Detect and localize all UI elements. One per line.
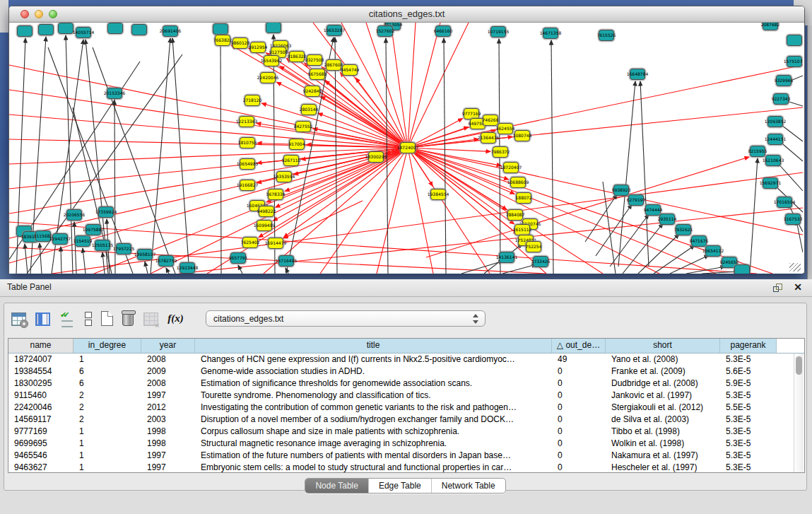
graph-node[interactable] [787, 35, 802, 46]
graph-node-8454749[interactable]: 8454749 [342, 64, 358, 76]
table-cell[interactable]: 0 [552, 438, 606, 450]
graph-edge[interactable] [640, 81, 649, 267]
column-header-short[interactable]: short [606, 339, 720, 353]
graph-node-917004[interactable]: 917004 [289, 139, 305, 150]
graph-node-1115682[interactable]: 1115682 [35, 230, 51, 242]
tab-edge-table[interactable]: Edge Table [369, 479, 432, 493]
scrollbar-thumb[interactable] [796, 356, 802, 375]
table-cell[interactable]: 49 [552, 354, 606, 366]
graph-node-16543962[interactable]: 16543962 [264, 55, 279, 66]
graph-node-7625402[interactable]: 7625402 [242, 237, 258, 248]
graph-node-2718120[interactable]: 2718120 [245, 95, 260, 106]
graph-node[interactable] [734, 264, 750, 274]
table-cell[interactable]: 6 [73, 366, 141, 378]
table-cell[interactable]: Stergiakouli et al. (2012) [606, 402, 720, 414]
network-canvas[interactable]: 1405571420691406106532878813054152760264… [9, 23, 803, 274]
graph-node-8186328[interactable]: 8186328 [289, 51, 305, 62]
table-cell[interactable]: 1 [73, 462, 141, 473]
table-cell[interactable]: 5.3E-5 [720, 390, 777, 402]
new-table-icon[interactable] [101, 311, 113, 326]
column-header-title[interactable]: title [195, 339, 552, 353]
row-height-icon[interactable] [85, 312, 91, 326]
table-header-row[interactable]: namein_degreeyeartitle△ out_de…shortpage… [8, 339, 804, 354]
table-cell[interactable]: 2003 [141, 414, 195, 426]
graph-edge[interactable] [702, 271, 739, 274]
table-cell[interactable]: 0 [552, 402, 606, 414]
table-cell[interactable]: Embryonic stem cells: a model to study s… [195, 462, 552, 473]
graph-node-6279197[interactable]: 6279197 [628, 194, 644, 206]
graph-edge[interactable] [408, 23, 469, 148]
table-row[interactable]: 1456911722003Disruption of a novel membe… [8, 414, 804, 426]
graph-node-19384554[interactable]: 19384554 [430, 189, 446, 200]
table-cell[interactable]: de Silva et al. (2003) [606, 414, 720, 426]
graph-edge[interactable] [777, 162, 803, 191]
table-cell[interactable]: Hescheler et al. (1997) [606, 462, 720, 473]
function-builder-icon[interactable]: f(x) [167, 310, 186, 327]
table-cell[interactable]: 5.6E-5 [720, 366, 777, 378]
table-cell[interactable]: 6 [73, 378, 141, 390]
graph-node-8215955[interactable]: 8215955 [750, 146, 765, 157]
table-cell[interactable]: 2008 [141, 354, 195, 366]
graph-node-7615526[interactable]: 7615526 [599, 30, 614, 41]
graph-node-9498222[interactable]: 9498222 [259, 206, 274, 217]
graph-node-15692971[interactable]: 15692971 [763, 177, 778, 189]
table-cell[interactable]: Tourette syndrome. Phenomenology and cla… [195, 390, 552, 402]
graph-node-1167533[interactable]: 1167533 [785, 214, 801, 225]
graph-node-10654985[interactable]: 10654985 [240, 158, 255, 170]
graph-node-15751074[interactable]: 15751074 [787, 56, 802, 67]
table-row[interactable]: 1938455462009Genome-wide association stu… [8, 366, 804, 378]
graph-node-14136141[interactable]: 14136141 [499, 252, 514, 263]
graph-edge[interactable] [408, 148, 803, 235]
graph-node-9327508[interactable]: 9327508 [307, 54, 322, 66]
graph-node-17359924[interactable]: 17359924 [98, 206, 114, 218]
graph-node-5267110[interactable]: 5267110 [283, 155, 299, 166]
graph-node-12213363[interactable]: 12213363 [239, 116, 254, 127]
graph-edge[interactable] [321, 96, 408, 148]
table-row[interactable]: 977716911998Corpus callosum shape and si… [8, 426, 804, 438]
graph-edge[interactable] [408, 148, 490, 151]
table-cell[interactable]: 5.3E-5 [720, 438, 777, 450]
table-cell[interactable]: 19384554 [8, 366, 73, 378]
graph-node-1733426[interactable]: 1733426 [533, 256, 548, 267]
graph-node-16782759[interactable]: 16782759 [158, 255, 174, 267]
graph-node[interactable] [266, 23, 281, 33]
graph-node-20153346[interactable]: 20153346 [107, 88, 122, 99]
table-body[interactable]: 1872400712008Changes of HCN gene express… [8, 354, 804, 473]
graph-edge[interactable] [320, 148, 408, 274]
graph-node-17016504[interactable]: 17016504 [777, 197, 792, 208]
graph-node-5675685[interactable]: 5675685 [310, 69, 325, 80]
graph-edge[interactable] [74, 222, 76, 274]
table-cell[interactable]: 2 [73, 402, 141, 414]
graph-node-1154519[interactable]: 1154519 [75, 235, 90, 247]
graph-node-2087682[interactable]: 2087682 [763, 23, 778, 30]
graph-node-20206556[interactable]: 20206556 [66, 209, 82, 221]
table-cell[interactable]: 0 [552, 414, 606, 426]
graph-node-17957225[interactable]: 17957225 [116, 243, 131, 255]
column-header-name[interactable]: name [8, 339, 73, 353]
graph-node[interactable] [107, 23, 123, 34]
table-cell[interactable]: 1 [73, 354, 141, 366]
tab-node-table[interactable]: Node Table [305, 479, 369, 493]
table-cell[interactable]: 5.9E-5 [720, 378, 777, 390]
graph-node-7884087[interactable]: 7884087 [507, 209, 523, 221]
graph-edge[interactable] [166, 268, 169, 274]
table-row[interactable]: 2242004622012Investigating the contribut… [8, 402, 804, 414]
graph-node-12505135[interactable]: 12505135 [95, 240, 110, 251]
graph-node-21364436[interactable]: 21364436 [481, 132, 496, 144]
graph-node-9657791[interactable]: 9657791 [230, 252, 246, 264]
graph-node-188072[interactable]: 188072 [516, 192, 531, 204]
graph-node-9329966[interactable]: 9329966 [776, 75, 792, 86]
graph-node-18724007[interactable]: 18724007 [400, 142, 416, 153]
graph-node-10688609[interactable]: 10688609 [510, 177, 526, 188]
table-cell[interactable]: 18300295 [8, 378, 73, 390]
table-row[interactable]: 969969511998Structural magnetic resonanc… [8, 438, 804, 450]
network-window-titlebar[interactable]: citations_edges.txt [9, 6, 804, 23]
graph-node-16210643[interactable]: 16210643 [765, 155, 781, 166]
table-cell[interactable]: 0 [552, 390, 606, 402]
table-cell[interactable]: 5.3E-5 [720, 414, 777, 426]
graph-node-1527602[interactable]: 1527602 [377, 25, 393, 37]
table-settings-icon[interactable] [11, 313, 26, 326]
graph-node-7986372[interactable]: 7986372 [493, 146, 508, 158]
table-cell[interactable]: 1997 [141, 462, 195, 473]
table-cell[interactable]: 2012 [141, 402, 195, 414]
